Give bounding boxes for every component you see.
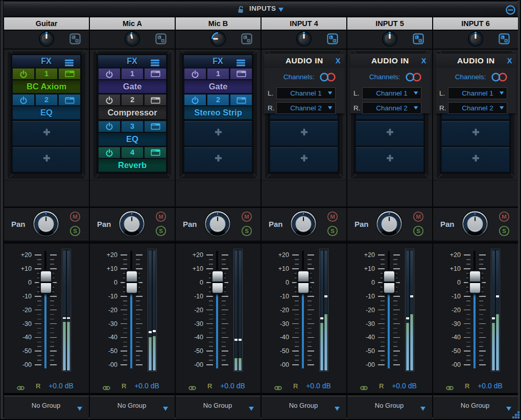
svg-text:R: R [248,39,250,42]
svg-text:R: R [505,39,508,42]
svg-text:R: R [334,39,336,42]
svg-text:L: L [73,35,75,39]
svg-text:S: S [245,228,249,234]
svg-text:M: M [502,214,507,220]
svg-text:L: L [244,35,246,39]
svg-text:M: M [416,214,421,220]
svg-text:S: S [330,228,335,234]
svg-text:M: M [330,214,335,220]
svg-text:L: L [330,35,332,39]
svg-text:M: M [73,214,78,220]
svg-text:L: L [416,35,418,39]
svg-text:S: S [159,228,163,234]
svg-text:L: L [158,35,160,39]
svg-text:L: L [502,35,504,39]
svg-text:S: S [416,228,420,234]
svg-text:R: R [76,39,79,42]
svg-text:S: S [502,228,506,234]
svg-text:M: M [158,214,163,220]
svg-text:M: M [244,214,249,220]
svg-text:S: S [73,228,77,234]
svg-text:R: R [419,39,422,42]
svg-text:R: R [162,39,164,42]
